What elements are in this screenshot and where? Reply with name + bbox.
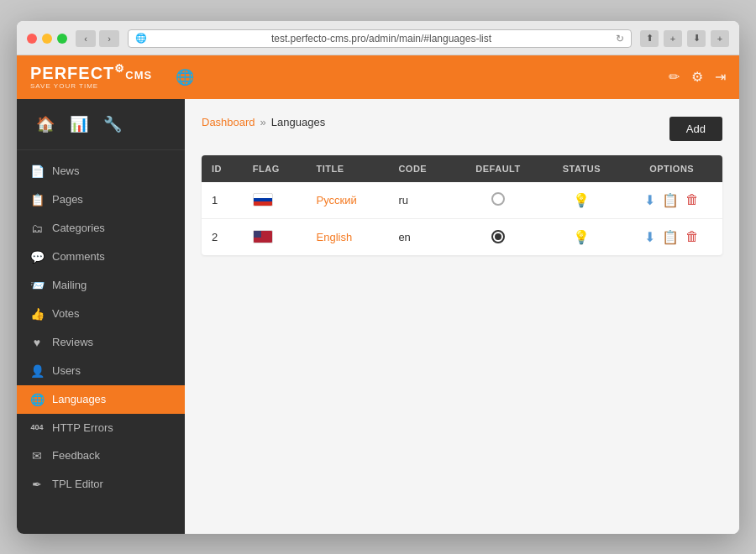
status-active-icon[interactable]: 💡 xyxy=(573,193,590,207)
row1-code: ru xyxy=(388,182,454,219)
nav-buttons: ‹ › xyxy=(76,30,119,47)
sidebar-nav: 📄 News 📋 Pages 🗂 Categories 💬 Comments xyxy=(17,150,185,505)
sidebar-item-mailing[interactable]: 📨 Mailing xyxy=(17,271,185,300)
comments-icon: 💬 xyxy=(30,250,44,264)
status-active-icon[interactable]: 💡 xyxy=(573,230,590,244)
row1-flag xyxy=(243,182,307,219)
edit-icon[interactable]: ✏ xyxy=(669,69,680,85)
breadcrumb-separator: » xyxy=(260,116,266,128)
row1-title-link[interactable]: Русский xyxy=(317,194,357,206)
minimize-button[interactable] xyxy=(42,34,52,44)
tpl-editor-icon: ✒ xyxy=(30,478,44,491)
add-button[interactable]: Add xyxy=(669,117,722,141)
users-icon: 👤 xyxy=(30,364,44,378)
edit-icon[interactable]: 📋 xyxy=(662,192,679,208)
header-right: ✏ ⚙ ⇥ xyxy=(669,69,726,85)
sidebar-stats-icon[interactable]: 📊 xyxy=(64,109,94,139)
share-icon[interactable]: ⬆ xyxy=(640,30,659,47)
row2-action-icons: ⬇ 📋 🗑 xyxy=(631,229,712,245)
sidebar-item-votes[interactable]: 👍 Votes xyxy=(17,300,185,328)
col-id: ID xyxy=(202,155,243,182)
sidebar-item-users[interactable]: 👤 Users xyxy=(17,357,185,385)
new-tab-icon[interactable]: + xyxy=(711,30,729,47)
col-title: TITLE xyxy=(307,155,389,182)
globe-icon[interactable]: 🌐 xyxy=(176,68,194,86)
sidebar-item-comments[interactable]: 💬 Comments xyxy=(17,243,185,271)
row2-status: 💡 xyxy=(542,218,621,255)
back-button[interactable]: ‹ xyxy=(76,30,96,47)
traffic-lights xyxy=(27,34,67,44)
logout-icon[interactable]: ⇥ xyxy=(715,69,726,85)
sidebar-item-languages[interactable]: 🌐 Languages xyxy=(17,385,185,414)
pages-icon: 📋 xyxy=(30,193,44,206)
row2-options: ⬇ 📋 🗑 xyxy=(621,218,722,255)
add-tab-icon[interactable]: + xyxy=(664,30,682,47)
sidebar-label-pages: Pages xyxy=(52,193,83,206)
row2-title: English xyxy=(307,218,389,255)
logo: PERFECT⚙CMS SAVE YOUR TIME xyxy=(30,64,152,91)
col-flag: FLAG xyxy=(243,155,307,182)
row1-default xyxy=(454,182,543,219)
settings-icon[interactable]: ⚙ xyxy=(691,69,703,85)
reload-icon[interactable]: ↻ xyxy=(616,33,624,44)
logo-icon: ⚙ xyxy=(114,63,125,76)
breadcrumb-current: Languages xyxy=(271,116,325,128)
row1-title: Русский xyxy=(307,182,389,219)
sidebar-item-feedback[interactable]: ✉ Feedback xyxy=(17,442,185,470)
feedback-icon: ✉ xyxy=(30,449,44,463)
url-globe-icon: 🌐 xyxy=(135,33,147,44)
sidebar-item-pages[interactable]: 📋 Pages xyxy=(17,186,185,214)
delete-icon[interactable]: 🗑 xyxy=(685,192,699,207)
col-code: CODE xyxy=(388,155,454,182)
close-button[interactable] xyxy=(27,34,37,44)
download-icon[interactable]: ⬇ xyxy=(687,30,706,47)
row1-status: 💡 xyxy=(542,182,621,219)
breadcrumb-dashboard[interactable]: Dashboard xyxy=(202,116,255,128)
row2-code: en xyxy=(388,218,454,255)
row2-flag xyxy=(243,218,307,255)
forward-button[interactable]: › xyxy=(99,30,119,47)
browser-actions: ⬆ + ⬇ + xyxy=(640,30,729,47)
http-errors-icon: 404 xyxy=(30,423,44,431)
row2-id: 2 xyxy=(202,218,243,255)
sidebar-label-comments: Comments xyxy=(52,250,105,263)
sidebar-item-news[interactable]: 📄 News xyxy=(17,157,185,186)
mailing-icon: 📨 xyxy=(30,279,44,292)
sidebar-settings-icon[interactable]: 🔧 xyxy=(97,109,128,139)
sidebar-item-reviews[interactable]: ♥ Reviews xyxy=(17,328,185,357)
sidebar-item-categories[interactable]: 🗂 Categories xyxy=(17,214,185,243)
radio-filled-icon[interactable] xyxy=(491,230,505,243)
sidebar-home-icon[interactable]: 🏠 xyxy=(30,109,60,139)
flag-ru-icon xyxy=(253,193,273,206)
sidebar-label-votes: Votes xyxy=(52,307,80,320)
radio-empty-icon[interactable] xyxy=(491,192,505,206)
sidebar: 🏠 📊 🔧 📄 News 📋 Pages 🗂 Categ xyxy=(17,99,185,534)
row2-default xyxy=(454,218,543,255)
sidebar-label-tpl-editor: TPL Editor xyxy=(52,478,103,490)
votes-icon: 👍 xyxy=(30,307,44,321)
browser-window: ‹ › 🌐 test.perfecto-cms.pro/admin/main/#… xyxy=(17,21,739,534)
logo-sub: SAVE YOUR TIME xyxy=(30,82,152,90)
logo-text: PERFECT⚙CMS xyxy=(30,64,152,82)
col-status: STATUS xyxy=(542,155,621,182)
sidebar-label-mailing: Mailing xyxy=(52,279,87,291)
sidebar-top-icons: 🏠 📊 🔧 xyxy=(17,99,185,150)
url-bar[interactable]: 🌐 test.perfecto-cms.pro/admin/main/#lang… xyxy=(128,29,632,48)
table-row: 1 Русский ru 💡 xyxy=(202,182,722,219)
row2-title-link[interactable]: English xyxy=(317,231,353,243)
app-header: PERFECT⚙CMS SAVE YOUR TIME 🌐 ✏ ⚙ ⇥ xyxy=(17,55,739,99)
download-icon[interactable]: ⬇ xyxy=(644,192,655,208)
maximize-button[interactable] xyxy=(57,34,67,44)
logo-area: PERFECT⚙CMS SAVE YOUR TIME 🌐 xyxy=(30,64,194,91)
row1-action-icons: ⬇ 📋 🗑 xyxy=(631,192,712,208)
sidebar-item-tpl-editor[interactable]: ✒ TPL Editor xyxy=(17,470,185,499)
browser-titlebar: ‹ › 🌐 test.perfecto-cms.pro/admin/main/#… xyxy=(17,21,739,55)
edit-icon[interactable]: 📋 xyxy=(662,229,679,245)
sidebar-label-news: News xyxy=(52,165,80,177)
sidebar-label-feedback: Feedback xyxy=(52,449,100,462)
download-icon[interactable]: ⬇ xyxy=(644,229,655,245)
sidebar-label-categories: Categories xyxy=(52,222,105,234)
delete-icon[interactable]: 🗑 xyxy=(685,229,699,244)
sidebar-item-http-errors[interactable]: 404 HTTP Errors xyxy=(17,414,185,442)
url-text: test.perfecto-cms.pro/admin/main/#langua… xyxy=(152,33,611,44)
